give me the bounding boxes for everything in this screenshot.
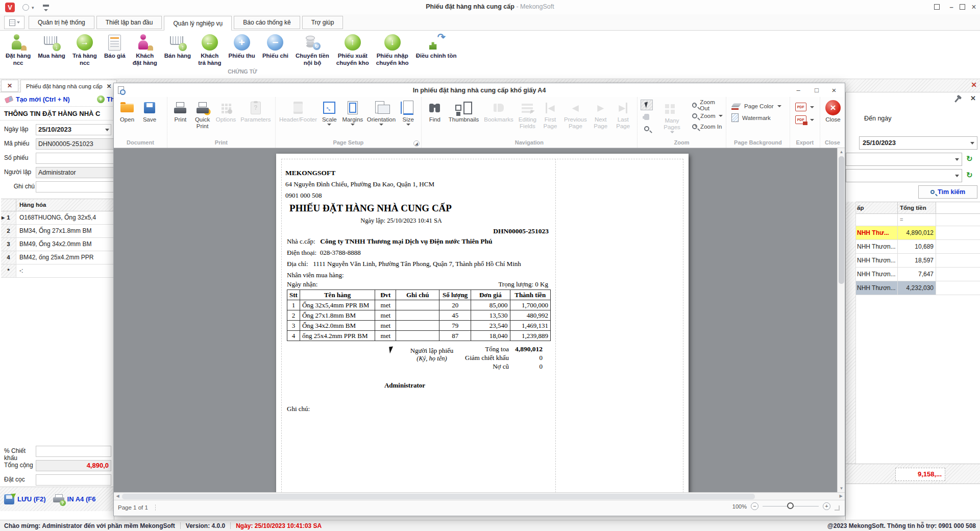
toolbar-button[interactable]: Orientation (365, 99, 397, 127)
toolbar-button[interactable]: Scale (318, 99, 340, 127)
ribbon-button[interactable]: Chuyển tiền nội bộ (292, 32, 333, 67)
watermark-button[interactable]: Watermark (731, 113, 781, 122)
ribbon-button[interactable]: Phiếu xuất chuyển kho (333, 32, 373, 67)
toolbar-button[interactable]: Open (116, 99, 138, 124)
refresh-icon[interactable]: ↻ (966, 154, 975, 163)
toolbar-button[interactable]: Print (169, 99, 191, 124)
vertical-scrollbar[interactable]: ▲ ▼ (837, 148, 845, 492)
ribbon-tab[interactable]: Thiết lập ban đầu (96, 16, 162, 29)
grid-row[interactable]: 2 BM34, Ống 27x1.8mm BM (1, 225, 114, 238)
group-expand-icon[interactable]: ◢ (413, 140, 420, 147)
ribbon-button[interactable]: Bán hàng (161, 32, 194, 61)
dialog-minimize-button[interactable]: – (791, 85, 806, 95)
zoom-slider[interactable] (763, 506, 819, 506)
ribbon-tab[interactable]: Trợ giúp (302, 16, 344, 29)
close-tab-icon[interactable]: ✕ (107, 83, 112, 90)
dialog-maximize-button[interactable]: □ (809, 85, 824, 95)
magnifier-tool-button[interactable] (641, 123, 653, 134)
grid-row[interactable]: NHH Thươn... 18,597 (846, 254, 980, 268)
toolbar-button[interactable]: Thumbnails (446, 99, 481, 124)
create-new-button[interactable]: Tạo mới (Ctrl + N) (0, 96, 70, 103)
add-button[interactable]: Th (97, 95, 114, 103)
toolbar-button[interactable]: Header/Footer (278, 99, 318, 124)
chevron-down-icon[interactable] (970, 142, 974, 144)
date-created-field[interactable]: 25/10/2023 (36, 124, 111, 135)
zoom-in-button[interactable]: + (823, 502, 830, 510)
deposit-field[interactable] (36, 474, 111, 486)
ribbon-button[interactable]: Đặt hàng ncc (2, 32, 34, 67)
total-column-header[interactable]: Tổng tiền (898, 202, 936, 213)
close-all-tabs-button[interactable]: ✕ (1, 80, 18, 92)
toolbar-button[interactable]: Last Page (612, 99, 634, 131)
minimize-button[interactable] (945, 2, 958, 12)
grid-row[interactable]: NHH Thươn... 7,647 (846, 268, 980, 281)
pointer-tool-button[interactable] (641, 100, 653, 110)
zoom-slider-thumb[interactable] (787, 502, 794, 509)
maximize-button[interactable] (960, 4, 965, 10)
grid-row[interactable]: 4 BM42, ống 25x4.2mm PPR (1, 251, 114, 264)
supplier-column-header[interactable]: ấp (856, 202, 898, 213)
to-date-field[interactable]: 25/10/2023 (859, 136, 977, 150)
ribbon-button[interactable]: Báo giá (101, 32, 129, 61)
grid-row[interactable]: * -: (1, 264, 114, 278)
toolbar-button[interactable]: Previous Page (561, 99, 590, 131)
document-tab[interactable]: Phiếu đặt hàng nhà cung cấp ✕ (20, 80, 117, 92)
discount-field[interactable] (36, 446, 111, 457)
scrollbar-thumb[interactable] (839, 156, 844, 284)
close-document-icon[interactable]: ✕ (971, 81, 977, 89)
note-field[interactable] (36, 181, 114, 192)
grid-row[interactable]: NHH Thư... 4,890,012 (846, 226, 980, 240)
pin-icon[interactable] (954, 98, 959, 103)
ribbon-tab[interactable]: Báo cáo thống kê (234, 16, 300, 29)
order-number-field[interactable] (36, 153, 114, 164)
ribbon-button[interactable]: Khách trả hàng (194, 32, 225, 67)
toolbar-button[interactable]: Parameters (238, 99, 273, 124)
zoom-in-button[interactable]: +Zoom In (692, 122, 723, 131)
grid-row[interactable]: 3 BM49, Ống 34x2.0mm BM (1, 238, 114, 251)
horizontal-scrollbar[interactable]: ◀ ▶ (114, 492, 845, 500)
send-pdf-button[interactable] (795, 115, 814, 124)
ribbon-tab[interactable]: Quản trị hệ thống (29, 16, 94, 29)
chevron-down-icon[interactable] (105, 129, 109, 131)
ribbon-tab[interactable]: Quản lý nghiệp vụ (164, 16, 232, 31)
filter-combo-1[interactable] (846, 153, 962, 166)
grid-row[interactable]: NHH Thươn... 10,689 (846, 240, 980, 254)
scroll-right-icon[interactable]: ▶ (837, 493, 845, 500)
search-button[interactable]: Tìm kiếm (918, 185, 977, 199)
hand-tool-button[interactable] (641, 111, 653, 122)
toolbar-button[interactable]: First Page (539, 99, 561, 131)
dialog-close-button[interactable]: × (826, 85, 842, 95)
close-button[interactable] (968, 2, 980, 12)
close-panel-icon[interactable]: ✕ (970, 94, 976, 102)
ribbon-button[interactable]: Mua hàng (34, 32, 69, 61)
scroll-left-icon[interactable]: ◀ (114, 493, 121, 500)
ribbon-button[interactable]: Điều chỉnh tồn (412, 32, 460, 61)
filter-combo-2[interactable] (846, 169, 962, 182)
close-preview-button[interactable]: Close (822, 99, 844, 124)
resize-grip[interactable] (835, 505, 840, 511)
toolbar-button[interactable]: Margins (340, 99, 365, 127)
scroll-up-icon[interactable]: ▲ (838, 148, 845, 156)
scroll-down-icon[interactable]: ▼ (838, 485, 845, 492)
toolbar-button[interactable]: Find (424, 99, 446, 124)
ribbon-button[interactable]: Phiếu chi (259, 32, 292, 61)
ribbon-button[interactable]: Phiếu thu (225, 32, 259, 61)
grid-row[interactable]: NHH Thươn... 4,232,030 (846, 281, 980, 295)
ribbon-button[interactable]: Trả hàng ncc (69, 32, 101, 67)
grid-column-header[interactable]: Hàng hóa (16, 199, 114, 211)
toolbar-button[interactable]: Editing Fields (516, 99, 539, 131)
toolbar-button[interactable]: Size (398, 99, 419, 127)
save-button[interactable]: LƯU (F2) (4, 494, 46, 504)
toolbar-button[interactable]: Next Page (590, 99, 612, 131)
fullscreen-button[interactable] (934, 4, 940, 10)
toolbar-button[interactable]: Bookmarks (481, 99, 516, 124)
toolbar-button[interactable]: Quick Print (191, 99, 213, 131)
toolbar-button[interactable]: Options (213, 99, 238, 124)
print-a4-button[interactable]: IN A4 (F6 (53, 494, 96, 504)
zoom-out-button[interactable]: − (751, 502, 758, 510)
export-pdf-button[interactable] (795, 103, 814, 111)
zoom-button[interactable]: Zoom (692, 111, 723, 120)
grid-row[interactable]: 1 O168THUONG, Ống 32x5,4 (1, 211, 114, 225)
page-color-button[interactable]: Page Color (731, 103, 781, 109)
ribbon-button[interactable]: Khách đặt hàng (129, 32, 161, 67)
